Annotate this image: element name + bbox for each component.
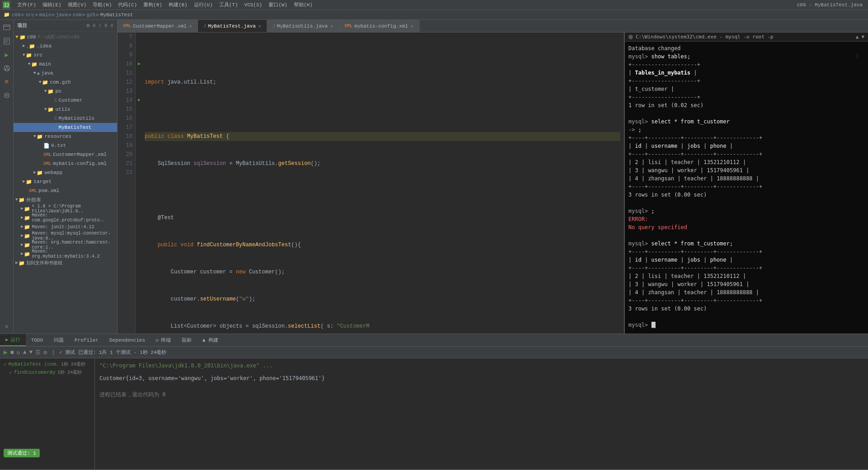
sidebar-icon-settings[interactable]: ⚙	[86, 22, 90, 29]
tab-java-icon2: J	[273, 24, 275, 28]
code-line: List<Customer> objects = sqlSession.sele…	[145, 322, 620, 331]
tree-item-java[interactable]: ▼ ◆ java	[14, 69, 117, 78]
tree-item-external[interactable]: ▼ 📁 外部库	[14, 195, 117, 204]
tree-item-mybatisconfig[interactable]: XML mybatis-config.xml	[14, 159, 117, 168]
run-tree-mybatistest[interactable]: ✓ MyBatisTest (com. 1秒 24毫秒	[0, 360, 94, 368]
run-play-button[interactable]: ▶	[4, 348, 7, 356]
menu-item[interactable]: VCS(S)	[241, 0, 265, 10]
menu-item[interactable]: 运行(U)	[191, 0, 216, 10]
breadcrumb-part[interactable]: gzh	[86, 12, 95, 18]
tab-mouse[interactable]: 鼠标	[176, 334, 197, 346]
gutter-db-icon[interactable]	[2, 90, 12, 100]
tree-item-9txt[interactable]: 📄 9.txt	[14, 141, 117, 150]
tab-run[interactable]: ▶ 运行	[0, 334, 26, 346]
terminal-scroll-down[interactable]: ▼	[861, 34, 864, 40]
tree-item-hamcrest[interactable]: ► 📁 Maven: org.hamcrest:hamcrest-core:1.…	[14, 240, 117, 249]
tab-profiler[interactable]: Profiler	[69, 334, 104, 346]
tab-problems[interactable]: 问题	[48, 334, 69, 346]
menu-item[interactable]: 帮助(H)	[291, 0, 316, 10]
menu-item[interactable]: 导航(N)	[90, 0, 114, 10]
tree-item-pomxml[interactable]: XML pom.xml	[14, 186, 117, 195]
tree-item-protobuf[interactable]: ► 📁 Maven: com.google.protobuf:proto..	[14, 213, 117, 222]
tree-item-root[interactable]: ▼ 📁 c09 F:\成图\JAVA\c09	[14, 33, 117, 42]
tab-close[interactable]: ✕	[259, 24, 261, 29]
tree-item-utils[interactable]: ▼ 📁 utils	[14, 105, 117, 114]
tab-terminal[interactable]: ▷ 终端	[151, 334, 176, 346]
tree-item-mybatistest[interactable]: C MyBatisTest	[14, 123, 117, 132]
code-content[interactable]: import java.util.List; public class MyBa…	[136, 33, 624, 334]
tab-close[interactable]: ✕	[411, 24, 414, 29]
sidebar-icon-collapse[interactable]: ∓	[104, 22, 108, 29]
terminal-scroll-up[interactable]: ▲	[856, 34, 859, 40]
menu-item[interactable]: 编辑(E)	[40, 0, 64, 10]
gutter-project-icon[interactable]	[2, 23, 12, 33]
tab-mybatistest[interactable]: J MyBatisTest.java ✕	[198, 20, 267, 32]
tab-mybatisutils[interactable]: J MyBatisUtils.java ✕	[267, 20, 339, 32]
gutter-git-icon[interactable]	[2, 63, 12, 73]
menu-item[interactable]: 重构(R)	[141, 0, 165, 10]
breadcrumb-part[interactable]: main	[39, 12, 51, 18]
run-next-button[interactable]: ▼	[29, 349, 33, 356]
run-filter-button[interactable]: ☰	[35, 349, 41, 356]
tree-item-mybatis[interactable]: ► 📁 Maven: org.mybatis:mybatis:3.4.2	[14, 249, 117, 258]
code-line: public void findCustomerByNameAndJobsTes…	[145, 240, 620, 249]
sidebar: 项目 ⚙ ≡ ↕ ∓ ✕ ▼ 📁 c09 F:\成图\JAVA\c09 ► .📁	[14, 20, 118, 334]
tab-close[interactable]: ✕	[330, 24, 333, 29]
tree-item-src[interactable]: ▼ 📁 src	[14, 51, 117, 60]
tab-java-icon: J	[203, 24, 206, 28]
tab-mybatisconfig[interactable]: XML mybatis-config.xml ✕	[339, 20, 420, 32]
tree-item-main[interactable]: ▼ 📁 main	[14, 60, 117, 69]
tree-item-mysql[interactable]: ► 📁 Maven: mysql:mysql-connector-java:8.…	[14, 231, 117, 240]
tree-item-customer[interactable]: C Customer	[14, 96, 117, 105]
tree-item-webapp[interactable]: ► 📁 webapp	[14, 168, 117, 177]
tree-item-po[interactable]: ▼ 📁 po	[14, 87, 117, 96]
tree-item-target[interactable]: ► 📁 target	[14, 177, 117, 186]
breadcrumb-part[interactable]: c09	[12, 12, 21, 18]
menu-item[interactable]: 代码(C)	[115, 0, 140, 10]
breadcrumb-part[interactable]: com	[73, 12, 82, 18]
breadcrumb-part[interactable]: java	[56, 12, 68, 18]
left-gutter: ▶ m ≡	[0, 20, 14, 334]
tree-item-bookmarks[interactable]: ► 📁 划到文件和书签组	[14, 258, 117, 268]
run-tree-findcustomer[interactable]: ✓ findCustomerBy 1秒 24毫秒	[0, 368, 94, 376]
tab-close[interactable]: ✕	[189, 24, 192, 29]
menu-item[interactable]: 构建(B)	[166, 0, 190, 10]
tree-item-customermapper[interactable]: XML CustomerMapper.xml	[14, 150, 117, 159]
line-num: 14 ▶	[120, 96, 132, 105]
sidebar-icon-close[interactable]: ✕	[110, 22, 113, 29]
gutter-bottom1[interactable]: ≡	[2, 322, 12, 332]
tree-item-mybatisutils[interactable]: C MyBatisUtils	[14, 114, 117, 123]
code-editor[interactable]: 7 8 9 10 ▶ 11 12 13 14 ▶ 15 16	[118, 33, 624, 334]
run-stop-button[interactable]: ■	[10, 349, 14, 356]
tab-customermapper[interactable]: XML CustomerMapper.xml ✕	[118, 20, 198, 32]
run-config-title: 测试 已通过: 1共 1 个测试 - 1秒 24毫秒	[65, 349, 166, 356]
bottom-panel: ▶ 运行 TODO 问题 Profiler Dependencies ▷ 终端 …	[0, 334, 868, 469]
code-line: import java.util.List;	[145, 78, 620, 87]
run-output[interactable]: "C:\Program Files\Java\jdk1.8.0_201\bin\…	[95, 358, 868, 469]
line-num: 22	[120, 168, 132, 177]
breadcrumb-part[interactable]: src	[25, 12, 34, 18]
tree-item-resources[interactable]: ▼ 📁 resources	[14, 132, 117, 141]
menu-item[interactable]: 窗口(W)	[266, 0, 290, 10]
run-rerun-button[interactable]: ↻	[17, 349, 20, 356]
run-process-end: 进程已结束，退出代码为 0	[99, 390, 863, 399]
tab-build[interactable]: ▲ 构建	[197, 334, 224, 346]
sidebar-icon-list[interactable]: ≡	[92, 23, 95, 29]
tab-todo[interactable]: TODO	[26, 334, 48, 346]
gutter-structure-icon[interactable]	[2, 36, 12, 46]
run-prev-button[interactable]: ▲	[23, 349, 27, 356]
tree-item-jdk[interactable]: ► 📁 < 1.8 > C:\Program Files\Java\jdk1.8…	[14, 204, 117, 213]
tree-item-comgzh[interactable]: ▼ 📁 com.gzh	[14, 78, 117, 87]
menu-item[interactable]: 视图(V)	[65, 0, 90, 10]
gutter-run-icon[interactable]: ▶	[2, 50, 12, 60]
run-pass-icon2: ✓	[9, 370, 12, 376]
menu-item[interactable]: 文件(F)	[14, 0, 39, 10]
tree-item-idea[interactable]: ► .📁 .idea	[14, 42, 117, 51]
gutter-maven-icon[interactable]: m	[2, 77, 12, 87]
menu-item[interactable]: 工具(T)	[217, 0, 241, 10]
run-settings-button[interactable]: ⚙	[43, 349, 47, 356]
tab-dependencies[interactable]: Dependencies	[104, 334, 151, 346]
sidebar-icon-sort[interactable]: ↕	[98, 23, 101, 29]
tree-item-junit[interactable]: ► 📁 Maven: junit:junit:4.12	[14, 222, 117, 231]
terminal-body[interactable]: Database changed mysql> show tables; +--…	[625, 42, 868, 334]
